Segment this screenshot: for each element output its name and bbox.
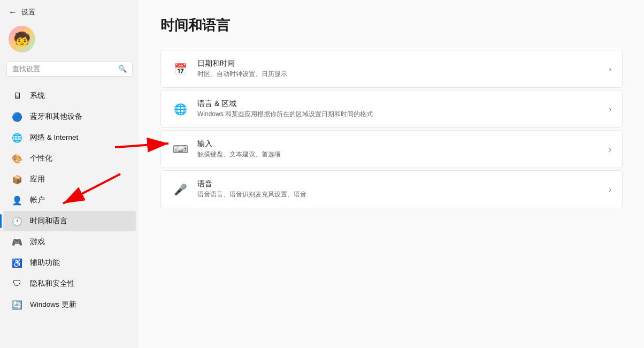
settings-item-language[interactable]: 🌐 语言 & 区域 Windows 和某些应用根据你所在的区域设置日期和时间的格… — [160, 90, 623, 128]
settings-title-speech: 语音 — [197, 179, 600, 189]
nav-icon-accounts: 👤 — [12, 195, 22, 206]
sidebar-item-accounts[interactable]: 👤 帐户 — [3, 190, 136, 210]
settings-text-speech: 语音 语音语言、语音识别麦克风设置、语音 — [197, 179, 600, 199]
nav-icon-windows-update: 🔄 — [12, 299, 22, 310]
nav-label-bluetooth: 蓝牙和其他设备 — [30, 112, 82, 122]
back-label: 设置 — [21, 7, 35, 17]
nav-icon-bluetooth: 🔵 — [12, 111, 22, 122]
nav-label-accounts: 帐户 — [30, 195, 45, 205]
nav-icon-apps: 📦 — [12, 174, 22, 185]
settings-list: 📅 日期和时间 时区、自动时钟设置、日历显示 › 🌐 语言 & 区域 Windo… — [160, 50, 623, 208]
nav-label-apps: 应用 — [30, 175, 45, 184]
nav-icon-gaming: 🎮 — [12, 237, 22, 247]
sidebar-item-bluetooth[interactable]: 🔵 蓝牙和其他设备 — [3, 107, 136, 127]
settings-icon-language: 🌐 — [172, 101, 189, 118]
nav-icon-system: 🖥 — [12, 90, 22, 101]
settings-title-input: 输入 — [197, 139, 600, 149]
avatar: 🧒 — [9, 26, 35, 52]
settings-desc-speech: 语音语言、语音识别麦克风设置、语音 — [197, 190, 600, 199]
sidebar-item-accessibility[interactable]: ♿ 辅助功能 — [3, 253, 136, 273]
nav-icon-network: 🌐 — [12, 132, 22, 143]
settings-desc-language: Windows 和某些应用根据你所在的区域设置日期和时间的格式 — [197, 110, 600, 119]
sidebar-item-apps[interactable]: 📦 应用 — [3, 169, 136, 190]
settings-desc-input: 触摸键盘、文本建议、首选项 — [197, 150, 600, 159]
nav-label-system: 系统 — [30, 91, 45, 101]
chevron-icon-speech: › — [609, 185, 611, 194]
sidebar-item-privacy[interactable]: 🛡 隐私和安全性 — [3, 274, 136, 294]
back-arrow-icon: ← — [9, 7, 17, 17]
sidebar-item-gaming[interactable]: 🎮 游戏 — [3, 232, 136, 252]
settings-item-input[interactable]: ⌨ 输入 触摸键盘、文本建议、首选项 › — [160, 130, 623, 168]
settings-icon-speech: 🎤 — [172, 181, 189, 198]
nav-label-gaming: 游戏 — [30, 237, 45, 247]
settings-text-datetime: 日期和时间 时区、自动时钟设置、日历显示 — [197, 59, 600, 79]
page-title: 时间和语言 — [160, 16, 623, 35]
nav-icon-privacy: 🛡 — [12, 278, 22, 289]
sidebar: ← 设置 🧒 🔍 🖥 系统 🔵 蓝牙和其他设备 🌐 网络 & Internet … — [0, 0, 139, 348]
back-button[interactable]: ← 设置 — [0, 0, 139, 21]
nav-label-personalization: 个性化 — [30, 154, 52, 163]
nav-label-network: 网络 & Internet — [30, 133, 78, 142]
nav-icon-time-language: 🕐 — [12, 216, 22, 226]
settings-icon-datetime: 📅 — [172, 60, 189, 78]
nav-label-privacy: 隐私和安全性 — [30, 279, 75, 289]
sidebar-item-windows-update[interactable]: 🔄 Windows 更新 — [3, 294, 136, 315]
search-input[interactable] — [12, 65, 114, 73]
chevron-icon-datetime: › — [609, 65, 611, 73]
sidebar-item-time-language[interactable]: 🕐 时间和语言 — [3, 211, 136, 231]
settings-title-datetime: 日期和时间 — [197, 59, 600, 69]
nav-icon-personalization: 🎨 — [12, 153, 22, 164]
nav-label-time-language: 时间和语言 — [30, 216, 67, 226]
nav-icon-accessibility: ♿ — [12, 258, 22, 268]
nav-label-windows-update: Windows 更新 — [30, 300, 76, 309]
settings-desc-datetime: 时区、自动时钟设置、日历显示 — [197, 70, 600, 79]
settings-text-input: 输入 触摸键盘、文本建议、首选项 — [197, 139, 600, 159]
settings-text-language: 语言 & 区域 Windows 和某些应用根据你所在的区域设置日期和时间的格式 — [197, 99, 600, 119]
settings-item-datetime[interactable]: 📅 日期和时间 时区、自动时钟设置、日历显示 › — [160, 50, 623, 88]
chevron-icon-input: › — [609, 145, 611, 154]
main-content: 时间和语言 📅 日期和时间 时区、自动时钟设置、日历显示 › 🌐 语言 & 区域… — [139, 0, 644, 348]
settings-icon-input: ⌨ — [172, 141, 189, 158]
sidebar-nav: 🖥 系统 🔵 蓝牙和其他设备 🌐 网络 & Internet 🎨 个性化 📦 应… — [0, 83, 139, 348]
search-box: 🔍 — [6, 61, 133, 77]
search-icon: 🔍 — [118, 65, 127, 73]
chevron-icon-language: › — [609, 105, 611, 114]
settings-title-language: 语言 & 区域 — [197, 99, 600, 109]
sidebar-item-network[interactable]: 🌐 网络 & Internet — [3, 127, 136, 148]
sidebar-item-system[interactable]: 🖥 系统 — [3, 86, 136, 106]
nav-label-accessibility: 辅助功能 — [30, 258, 60, 268]
sidebar-item-personalization[interactable]: 🎨 个性化 — [3, 148, 136, 169]
settings-item-speech[interactable]: 🎤 语音 语音语言、语音识别麦克风设置、语音 › — [160, 170, 623, 208]
